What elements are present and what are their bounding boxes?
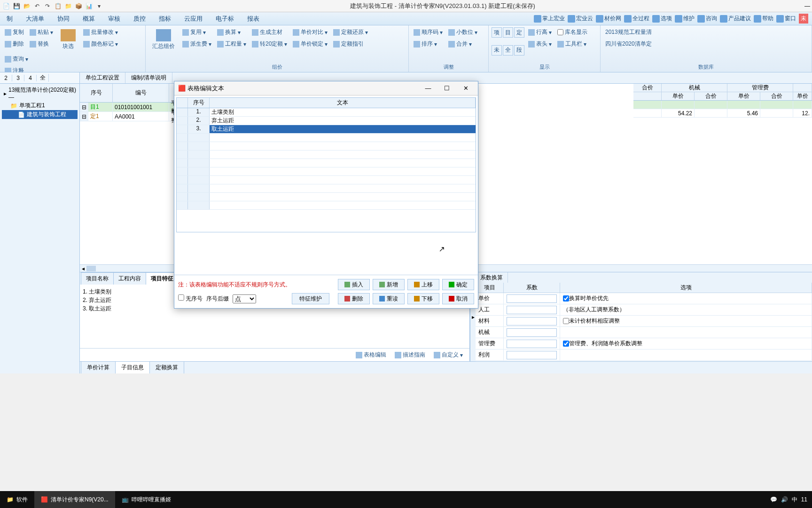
table-row[interactable]: 1.土壤类别 [177,108,476,117]
coef-input[interactable] [507,306,557,314]
qat-open-icon[interactable]: 📂 [23,2,31,10]
menu-item[interactable]: 电子标 [209,15,241,23]
link-fullprocess[interactable]: 全过程 [624,15,649,23]
desc-guide-button[interactable]: 描述指南 [393,350,427,360]
block-select-button[interactable]: 块选 [57,27,79,52]
reread-button[interactable]: 重读 [373,293,405,304]
menu-item[interactable]: 指标 [152,15,178,23]
table-row[interactable] [177,176,476,184]
tree-root[interactable]: ▸ 13规范清单计价(2020定额)— [2,86,78,101]
menu-item[interactable]: 审核 [102,15,127,23]
qat-folder-icon[interactable]: 📁 [64,2,72,10]
insert-button[interactable]: 插入 [338,279,370,290]
coef-input[interactable] [507,340,557,348]
tab-list-note[interactable]: 编制/清单说明 [125,72,172,83]
link-suggest[interactable]: 产品建议 [720,15,751,23]
merge-button[interactable]: 合并 ▾ [446,39,479,49]
minimize-icon[interactable]: — [804,3,810,9]
qat-redo-icon[interactable]: ↷ [43,2,52,10]
link-help[interactable]: 帮助 [754,15,773,23]
cell-price[interactable]: 12. [793,109,812,117]
restore-quota-button[interactable]: 定额还原 ▾ [331,27,370,37]
qat-new-icon[interactable]: 📄 [2,2,10,10]
maximize-button[interactable]: ☐ [438,83,455,94]
copy-button[interactable]: 复制 [3,27,26,37]
qat-box-icon[interactable]: 📦 [74,2,83,10]
qat-dropdown-icon[interactable]: ▾ [95,2,103,10]
tab-quota-convert[interactable]: 定额换算 [149,361,184,373]
taskbar-item[interactable]: 📺 哔哩哔哩直播姬 [115,491,178,508]
link-consult[interactable]: 咨询 [697,15,717,23]
tab-unit-settings[interactable]: 单位工程设置 [80,72,125,83]
cancel-button[interactable]: 取消 [442,293,474,304]
lock-price-button[interactable]: 单价锁定 ▾ [291,39,329,49]
tab-item-name[interactable]: 项目名称 [81,272,114,285]
no-seq-label[interactable]: 无序号 [178,294,203,303]
table-row[interactable] [177,151,476,159]
ime-indicator[interactable]: 中 [792,496,797,504]
table-row[interactable]: 2.弃土运距 [177,117,476,125]
left-tab[interactable]: 全 [37,74,49,82]
cell-mgmt-price[interactable]: 5.46 [727,109,760,117]
menu-item[interactable]: 质控 [127,15,152,23]
menu-item[interactable]: 协同 [51,15,76,23]
cell-code[interactable]: AA0001 [113,112,169,121]
paste-button[interactable]: 粘贴 ▾ [28,27,55,37]
table-edit-button[interactable]: 表格编辑 [354,350,388,360]
taskbar-item[interactable]: 📁 软件 [0,491,34,508]
scrollbar-thumb[interactable] [86,266,96,271]
link-handapp[interactable]: 掌上宏业 [534,15,565,23]
menu-item[interactable]: 云应用 [178,15,209,23]
link-pricenet[interactable]: 材价网 [596,15,621,23]
cell-seq[interactable]: 目1 [88,103,113,111]
tray-icon[interactable]: 🔊 [781,496,788,503]
reuse-button[interactable]: 复用 ▾ [180,27,213,37]
taskbar-item[interactable]: 🟥 清单计价专家N9(V20... [34,491,115,508]
derive-fee-button[interactable]: 派生费 ▾ [180,39,213,49]
feat-maint-button[interactable]: 特征维护 [292,293,329,304]
move-up-button[interactable]: 上移 [407,279,439,290]
qat-export-icon[interactable]: 📋 [54,2,62,10]
close-button[interactable]: ✕ [457,83,474,94]
color-mark-button[interactable]: 颜色标记 ▾ [81,39,120,49]
left-tab[interactable]: 2 [0,75,12,81]
move-down-button[interactable]: 下移 [407,293,439,304]
ok-button[interactable]: 确定 [442,279,474,290]
table-row[interactable] [177,201,476,210]
qty-button[interactable]: 工程量 ▾ [215,39,248,49]
seq-code-button[interactable]: 顺序码 ▾ [412,27,445,37]
table-row-selected[interactable]: 3.取土运距 [177,125,476,134]
opt-checkbox[interactable] [563,318,569,324]
price-compare-button[interactable]: 单价对比 ▾ [291,27,329,37]
link-window[interactable]: 窗口 [776,15,796,23]
tab-item-info[interactable]: 子目信息 [115,361,150,373]
dialog-titlebar[interactable]: 🟥 表格编辑文本 — ☐ ✕ [174,81,478,95]
cell-machine-price[interactable]: 54.22 [662,109,695,117]
left-tab[interactable]: 4 [24,75,37,81]
tab-coef[interactable]: 系数换算 [476,272,508,283]
table-row[interactable] [177,167,476,176]
minimize-button[interactable]: — [420,83,437,94]
tab-price-calc[interactable]: 单价计算 [81,361,116,373]
summary-button[interactable]: 汇总组价 [148,27,179,52]
tray-icon[interactable]: 💬 [770,496,777,503]
qat-save-icon[interactable]: 💾 [12,2,21,10]
delete-button[interactable]: 删除 [3,39,26,49]
link-unsaved[interactable]: 未 [799,14,808,24]
view-not-button[interactable]: 未 [492,45,502,56]
view-all-button[interactable]: 全 [503,45,513,56]
link-options[interactable]: 选项 [652,15,672,23]
search-button[interactable]: 查询 ▾ [3,54,30,64]
tab-work-content[interactable]: 工程内容 [113,272,146,285]
convert-button[interactable]: 换算 ▾ [215,27,248,37]
table-row[interactable] [177,193,476,201]
cell-seq[interactable]: 定1 [88,112,113,121]
menu-item[interactable]: 制 [0,15,19,23]
left-tab[interactable]: 3 [12,75,24,81]
coef-input[interactable] [507,351,557,359]
replace-button[interactable]: 替换 [28,39,55,49]
table-row[interactable] [177,159,476,167]
tree-unit-project[interactable]: 📄 建筑与装饰工程 [2,110,78,119]
cell-code[interactable]: 010101001001 [113,103,169,111]
quota-guide-button[interactable]: 定额指引 [331,39,370,49]
